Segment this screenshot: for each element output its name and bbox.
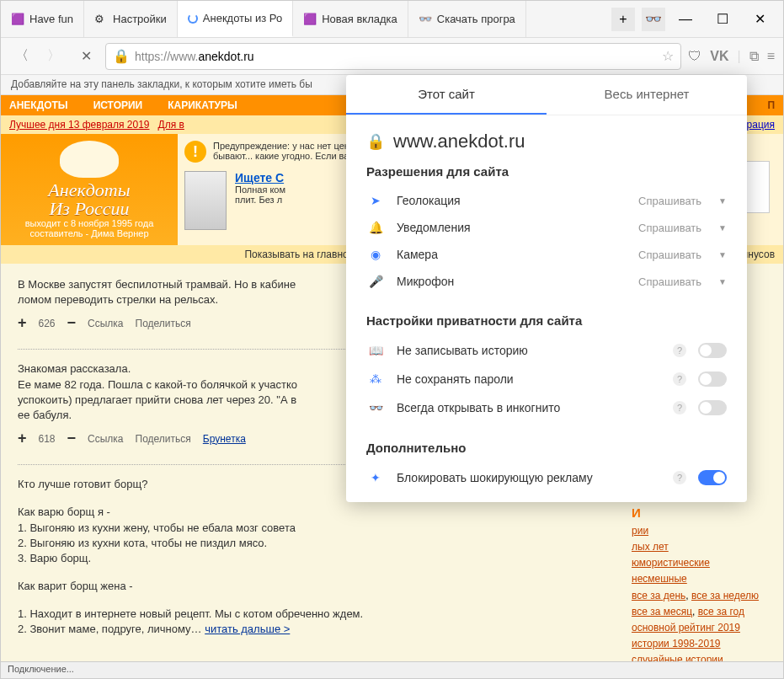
vote-count: 618 [39,433,56,445]
chevron-left-icon: 〈 [15,47,29,65]
tab-havefun[interactable]: 🟪Have fun [1,1,84,37]
titlebar: 🟪Have fun ⚙Настройки Анекдоты из Ро 🟪Нов… [1,1,783,38]
perm-camera[interactable]: ◉ Камера Спрашивать▼ [346,241,747,268]
read-more-link[interactable]: читать дальше > [205,623,290,635]
tab-label: Have fun [29,13,73,25]
side-link[interactable]: истории 1998-2019 [632,638,721,650]
perm-notifications[interactable]: 🔔 Уведомления Спрашивать▼ [346,214,747,241]
vote-down-button[interactable]: − [67,314,77,332]
maximize-button[interactable]: ☐ [706,7,739,32]
cube-icon: 🟪 [303,13,317,26]
warn-icon: ! [184,141,206,163]
copy-icon[interactable]: ⧉ [749,49,759,64]
menu-icon[interactable]: ≡ [767,49,775,64]
joke-line: Как варю борщ я - [18,505,606,520]
spinner-icon [188,13,198,24]
vk-icon[interactable]: VK [710,49,728,64]
logo-sub1: выходит с 8 ноября 1995 года [8,218,171,228]
nav-more[interactable]: П [767,99,775,111]
back-button[interactable]: 〈 [9,44,35,69]
tab-download[interactable]: 👓Скачать програ [408,1,526,37]
tab-new[interactable]: 🟪Новая вкладка [293,1,408,37]
side-link[interactable]: основной рейтинг 2019 [632,622,740,634]
share-link[interactable]: Поделиться [136,318,191,329]
url-bar[interactable]: 🔒 https://www.anekdot.ru ☆ [105,43,681,70]
joke-line: 1. Находит в интернете новый рецепт. Мы … [18,607,606,622]
incognito-icon: 👓 [366,401,385,414]
tab-label: Новая вкладка [322,13,397,25]
side-link[interactable]: юмористические [632,557,710,569]
shield-icon[interactable]: 🛡 [688,49,701,64]
site-security-popover: Этот сайт Весь интернет 🔒 www.anekdot.ru… [346,75,747,502]
tab-label: Анекдоты из Ро [203,12,282,24]
chevron-right-icon: 〉 [47,47,61,65]
joke-line: 2. Звонит маме, подруге, личному… читать… [18,622,606,637]
url-text: https://www.anekdot.ru [135,50,657,63]
side-link[interactable]: все за год [698,606,744,618]
nav-karikatury[interactable]: КАРИКАТУРЫ [168,99,237,111]
close-icon: ✕ [755,11,765,27]
tab-anekdot[interactable]: Анекдоты из Ро [178,1,293,37]
help-icon[interactable]: ? [673,372,686,386]
binoculars-icon: 👓 [419,13,432,26]
ad-line1: Полная ком [235,184,285,195]
toolbar-right: 🛡 VK | ⧉ ≡ [688,49,775,64]
side-heading-istorii: И [632,505,775,520]
side-link[interactable]: все за неделю [691,590,759,601]
tab-label: Настройки [113,13,167,25]
incognito-button[interactable]: 👓 [642,8,665,31]
chevron-down-icon: ▼ [718,250,727,259]
location-icon: ➤ [366,194,385,207]
perm-microphone[interactable]: 🎤 Микрофон Спрашивать▼ [346,268,747,295]
priv-no-passwords: ⁂ Не сохранять пароли ? [346,365,747,393]
permalink[interactable]: Ссылка [88,433,123,445]
permalink[interactable]: Ссылка [88,318,123,329]
side-link[interactable]: все за день [632,590,685,601]
tab-label: Скачать програ [437,13,515,25]
vote-count: 626 [39,318,56,329]
logo-title2: Из России [8,200,171,218]
bell-icon: 🔔 [366,221,385,234]
tab-whole-internet[interactable]: Весь интернет [547,75,747,115]
help-icon[interactable]: ? [673,471,686,484]
new-tab-button[interactable]: + [611,8,635,31]
nav-anekdoty[interactable]: АНЕКДОТЫ [9,99,68,111]
permissions-heading: Разрешения для сайта [346,159,747,187]
author-link[interactable]: Брунетка [203,433,246,445]
tab-this-site[interactable]: Этот сайт [346,75,547,115]
ad-title[interactable]: Ищете С [235,171,285,184]
vote-up-button[interactable]: + [18,314,27,332]
chevron-down-icon: ▼ [718,196,727,206]
minimize-icon: — [679,12,692,27]
nav-istorii[interactable]: ИСТОРИИ [93,99,143,111]
best-day-link[interactable]: Лучшее дня 13 февраля 2019 [9,119,150,131]
side-link[interactable]: лых лет [632,541,669,553]
logo-box[interactable]: Анекдоты Из России выходит с 8 ноября 19… [1,134,178,245]
minimize-button[interactable]: — [669,7,702,32]
help-icon[interactable]: ? [673,344,686,357]
help-icon[interactable]: ? [673,401,686,414]
vote-up-button[interactable]: + [18,430,27,447]
tab-settings[interactable]: ⚙Настройки [84,1,178,37]
ad-image[interactable] [184,171,227,230]
vote-down-button[interactable]: − [67,430,77,447]
share-link[interactable]: Поделиться [136,433,191,445]
side-link[interactable]: все за месяц [632,606,692,618]
toggle-no-passwords[interactable] [698,372,727,387]
side-link[interactable]: рии [632,525,648,537]
side-link[interactable]: несмешные [632,573,687,585]
best-for-link[interactable]: Для в [158,119,184,131]
incognito-icon: 👓 [645,11,662,27]
toggle-block-ads[interactable] [698,470,727,485]
star-icon[interactable]: ☆ [662,48,674,64]
forward-button[interactable]: 〉 [41,44,67,69]
stop-button[interactable]: ✕ [73,44,99,69]
close-button[interactable]: ✕ [743,7,776,32]
window-controls: — ☐ ✕ [669,7,783,32]
joke-line: 3. Варю борщ. [18,551,606,566]
perm-geolocation[interactable]: ➤ Геолокация Спрашивать▼ [346,187,747,214]
toggle-no-history[interactable] [698,343,727,358]
joke-line: 1. Выгоняю из кухни жену, чтобы не ебала… [18,521,606,536]
toggle-incognito[interactable] [698,400,727,415]
warning-text: Предупреждение: у нас нет цен бывают... … [213,141,349,161]
